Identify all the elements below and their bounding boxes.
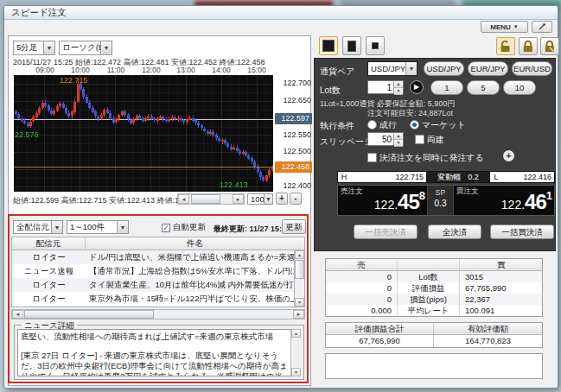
time-tick: 09:00	[34, 66, 56, 74]
chart-time-axis: 09:00 10:00 11:00 12:00 13:00 14:00 15:0…	[9, 66, 312, 73]
scroll-right-icon[interactable]: ►	[233, 194, 244, 204]
chevron-down-icon: ▼	[117, 221, 128, 233]
close-all-sell-button[interactable]: 一括売決済	[354, 224, 418, 239]
scrollbar-thumb[interactable]	[191, 194, 220, 204]
spinner-up-icon[interactable]: ▲	[394, 81, 403, 88]
small-square-icon	[372, 42, 379, 49]
lot-apply-button[interactable]: ▶	[410, 80, 424, 94]
bid-price-tag: 122.597	[275, 113, 312, 124]
scroll-left-icon[interactable]: ◄	[178, 194, 189, 204]
lot-5-button[interactable]: 5	[467, 80, 500, 95]
scroll-down-icon[interactable]: ▼	[295, 298, 304, 307]
buy-quote-button[interactable]: 買注文 122.461	[454, 186, 554, 215]
menu-button[interactable]: MENU▼	[481, 21, 528, 33]
close-order-checkbox[interactable]: 決済注文を同時に発注する	[367, 152, 484, 164]
window-size-small-button[interactable]	[366, 36, 385, 55]
chevron-down-icon: ▼	[43, 41, 54, 54]
lock-settings-button[interactable]	[540, 37, 559, 55]
bars-count-select[interactable]: 100▼	[247, 193, 273, 205]
news-row[interactable]: ロイター東京外為市場・15時=ドル122円半ばでじり安、株価の上値重く	[12, 292, 294, 306]
pair-label: 通貨ペア	[320, 66, 354, 78]
scroll-left-icon[interactable]: ◄	[12, 310, 23, 319]
auto-update-label: 自動更新	[173, 222, 206, 233]
table-row: 0損益(pips)22,367	[326, 294, 542, 305]
scroll-right-icon[interactable]: ►	[293, 310, 304, 319]
refresh-button[interactable]: 更新	[282, 219, 306, 234]
spinner-down-icon[interactable]: ▼	[394, 140, 403, 147]
slippage-input[interactable]: 50 ▲▼	[367, 132, 404, 146]
last-price-tag: 122.458	[275, 161, 312, 173]
exec-market-radio[interactable]: マーケット	[410, 119, 466, 131]
candlestick-chart[interactable]: 122.715 22.576 122.413	[14, 75, 273, 192]
chevron-down-icon: ▼	[100, 41, 112, 54]
high-value: 122.715	[350, 172, 426, 182]
chevron-down-icon: ▼	[264, 194, 272, 204]
detail-vertical-scrollbar[interactable]: ▲ ▼	[290, 329, 301, 376]
scroll-up-icon[interactable]: ▲	[295, 250, 304, 259]
news-source-filter[interactable]: 全配信元▼	[13, 220, 63, 234]
large-square-icon	[322, 40, 335, 52]
chart-scrollbar[interactable]: ◄ ►	[177, 193, 245, 205]
window-titlebar[interactable]: スピード注文	[4, 6, 558, 20]
pair-select[interactable]: USD/JPY▼	[367, 61, 418, 76]
lot-10-button[interactable]: 10	[503, 80, 536, 95]
plus-circle-icon[interactable]: +	[503, 150, 514, 161]
lock-button[interactable]	[519, 37, 538, 55]
news-row[interactable]: ニュース速報【通常市況】上海総合指数は5%安水準に下落、ドル円は小幅の下押し	[12, 264, 294, 278]
zoom-out-button[interactable]: -	[290, 193, 302, 205]
notification-box	[325, 353, 543, 379]
news-row[interactable]: ロイタータイ製造業生産、10月は前年比4%減 内外需要低迷が打撃	[12, 278, 294, 292]
lot-input[interactable]: 1 ▲▼	[367, 80, 404, 94]
lock-icon	[521, 40, 535, 53]
spinner-down-icon[interactable]: ▼	[394, 88, 403, 95]
window-size-large-button[interactable]	[319, 36, 338, 55]
pair-eurjpy-button[interactable]: EUR/JPY	[468, 61, 508, 76]
news-detail-group: ニュース詳細 底堅い、流動性相場への期待高まれば上値試す=来週の東京株式市場 […	[14, 325, 304, 380]
spread-cell: SP 0.3	[428, 186, 454, 215]
price-tick: 122.500	[277, 147, 311, 155]
pair-usdjpy-button[interactable]: USD/JPY	[424, 61, 464, 76]
lot-label: Lot数	[320, 85, 341, 97]
scrollbar-thumb[interactable]	[295, 260, 304, 279]
zoom-in-button[interactable]: +	[276, 193, 288, 205]
high-low-bar: H 122.715 変動幅0.2 L 122.416	[337, 171, 555, 183]
spinner-up-icon[interactable]: ▲	[394, 133, 403, 140]
scrollbar-thumb[interactable]	[24, 310, 154, 319]
pin-button[interactable]	[532, 21, 552, 33]
news-detail-text[interactable]: 底堅い、流動性相場への期待高まれば上値試す=来週の東京株式市場 [東京 27日 …	[17, 329, 301, 376]
pair-eurusd-button[interactable]: EUR/USD	[512, 61, 552, 76]
auto-update-checkbox[interactable]: ✓	[162, 224, 170, 232]
window-size-medium-button[interactable]	[342, 36, 361, 55]
news-detail-body: [東京 27日 ロイター] - 来週の東京株式市場は、底堅い展開となりそうだ。3…	[21, 351, 288, 376]
hedge-checkbox[interactable]: 両建	[415, 134, 444, 146]
orderable-info: 注文可能目安: 24,887Lot	[367, 108, 453, 119]
lot-1-button[interactable]: 1	[430, 80, 463, 95]
order-panel: 通貨ペア USD/JPY▼ USD/JPY EUR/JPY EUR/USD Lo…	[314, 58, 556, 251]
scroll-up-icon[interactable]: ▲	[291, 329, 301, 338]
close-all-button[interactable]: 全決済	[428, 224, 481, 239]
chevron-down-icon: ▼	[513, 24, 519, 29]
news-count-filter[interactable]: 1～100件▼	[67, 220, 129, 234]
exec-nariyuki-radio[interactable]: 成行	[367, 119, 397, 131]
news-horizontal-scrollbar[interactable]: ◄ ►	[11, 309, 305, 319]
radio-selected-icon	[410, 120, 419, 130]
range-label: 変動幅	[437, 172, 461, 182]
scroll-down-icon[interactable]: ▼	[291, 368, 301, 376]
radio-icon	[367, 120, 377, 130]
unlock-button[interactable]	[496, 37, 515, 55]
price-tick: 122.400	[277, 181, 311, 190]
chart-type-select[interactable]: ローソク(BID)▼	[59, 41, 112, 55]
news-table-header: 配信元 件名	[12, 237, 304, 250]
range-value: 0.2	[468, 172, 479, 182]
news-row[interactable]: ロイタードル/円は底堅い、米指標で上値追い機運高まるか=来週の外為市場	[12, 250, 294, 264]
buy-price: 122.461	[501, 189, 552, 214]
price-tick: 122.550	[277, 130, 311, 139]
sell-quote-button[interactable]: 売注文 122.458	[338, 186, 428, 215]
news-vertical-scrollbar[interactable]: ▲ ▼	[294, 250, 304, 307]
chevron-down-icon: ▼	[51, 221, 62, 233]
timeframe-select[interactable]: 5分足▼	[13, 41, 55, 55]
close-all-buy-button[interactable]: 一括買決済	[490, 224, 554, 239]
time-tick: 13:00	[175, 66, 197, 74]
last-update-text: 最終更新: 11/27 15:26	[214, 224, 290, 235]
equity-value: 164,770,823	[434, 335, 542, 347]
